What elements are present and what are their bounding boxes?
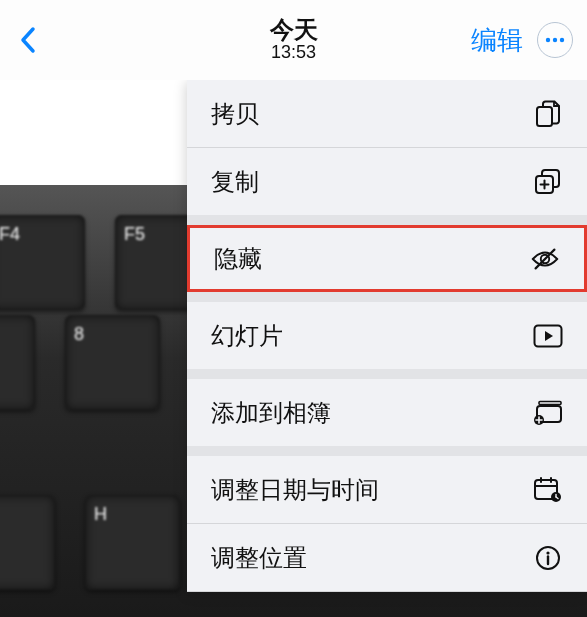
title-block: 今天 13:53 [270, 17, 318, 63]
menu-item-copy[interactable]: 拷贝 [187, 80, 587, 147]
menu-item-slideshow[interactable]: 幻灯片 [187, 302, 587, 369]
action-menu: 拷贝 复制 隐藏 [187, 80, 587, 592]
svg-point-24 [546, 551, 549, 554]
title-time: 13:53 [270, 43, 318, 63]
play-rect-icon [533, 321, 563, 351]
menu-label: 调整日期与时间 [211, 474, 379, 506]
title-date: 今天 [270, 17, 318, 43]
menu-label: 幻灯片 [211, 320, 283, 352]
menu-label: 添加到相簿 [211, 397, 331, 429]
menu-item-add-to-album[interactable]: 添加到相簿 [187, 379, 587, 446]
svg-rect-3 [537, 107, 552, 126]
menu-item-adjust-datetime[interactable]: 调整日期与时间 [187, 456, 587, 523]
info-circle-icon [533, 543, 563, 573]
menu-label: 复制 [211, 166, 259, 198]
ellipsis-icon [545, 37, 565, 43]
menu-label: 调整位置 [211, 542, 307, 574]
svg-point-1 [553, 38, 557, 42]
menu-label: 隐藏 [214, 243, 262, 275]
calendar-clock-icon [533, 475, 563, 505]
svg-marker-10 [545, 331, 553, 341]
album-plus-icon [533, 398, 563, 428]
eye-slash-icon [530, 244, 560, 274]
duplicate-icon [533, 167, 563, 197]
menu-item-adjust-location[interactable]: 调整位置 [187, 524, 587, 591]
header-bar: 今天 13:53 编辑 [0, 0, 587, 80]
more-button[interactable] [537, 22, 573, 58]
svg-rect-11 [539, 401, 561, 404]
chevron-left-icon [19, 26, 37, 54]
edit-button[interactable]: 编辑 [471, 23, 523, 58]
back-button[interactable] [14, 26, 42, 54]
copy-icon [533, 99, 563, 129]
header-right-controls: 编辑 [471, 22, 573, 58]
svg-point-2 [560, 38, 564, 42]
svg-point-0 [546, 38, 550, 42]
menu-label: 拷贝 [211, 98, 259, 130]
menu-item-hide[interactable]: 隐藏 [187, 225, 587, 292]
menu-item-duplicate[interactable]: 复制 [187, 148, 587, 215]
